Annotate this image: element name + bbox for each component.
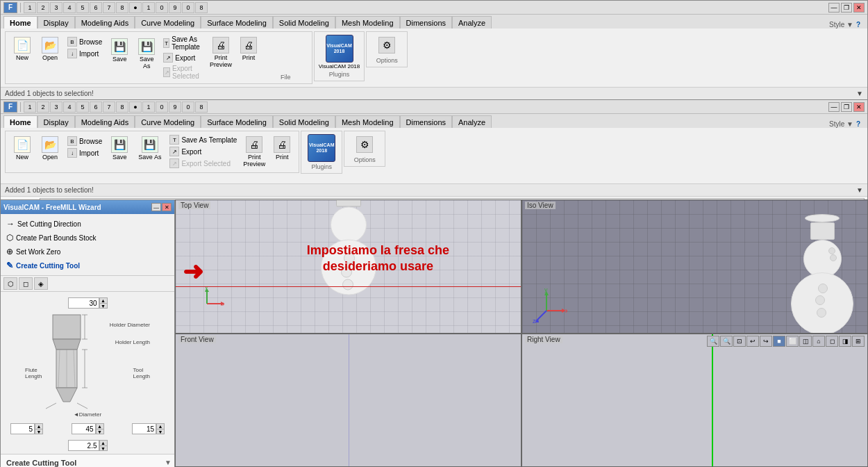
vt-zoom-in[interactable]: 🔍	[707, 336, 719, 347]
flute-length-input[interactable]	[10, 423, 35, 434]
wizard-minimize-btn[interactable]: —	[151, 203, 161, 211]
restore-btn-2[interactable]: ❐	[841, 102, 852, 112]
minimize-btn-2[interactable]: —	[828, 102, 840, 112]
wizard-tool-btn-1[interactable]: ⬡	[3, 277, 17, 290]
toolbar-time-2[interactable]: 8	[195, 2, 208, 13]
tb2-1[interactable]: 1	[24, 101, 36, 113]
toolbar-num-8[interactable]: 8	[116, 2, 128, 13]
new-button-1[interactable]: 📄 New	[10, 35, 35, 63]
vt-home[interactable]: ⌂	[812, 336, 825, 347]
wizard-step-4[interactable]: ✎ Create Cutting Tool	[3, 259, 172, 272]
vt-fit[interactable]: ⊡	[733, 336, 746, 347]
toolbar-num-5[interactable]: 5	[76, 2, 89, 13]
tab-analyze-1[interactable]: Analyze	[452, 16, 492, 28]
save-button-2[interactable]: 💾 Save	[107, 134, 132, 163]
save-template-item-2[interactable]: T Save As Template	[167, 134, 239, 145]
vt-extra1[interactable]: ◨	[839, 336, 851, 347]
close-btn-1[interactable]: ✕	[853, 3, 865, 13]
wizard-close-btn[interactable]: ✕	[162, 203, 172, 211]
wizard-tool-btn-3[interactable]: ◈	[34, 277, 48, 290]
print-button-1[interactable]: 🖨 Print	[236, 35, 261, 63]
tab-modeling-1[interactable]: Modeling Aids	[75, 16, 135, 28]
print-preview-button-1[interactable]: 🖨 Print Preview	[208, 35, 233, 70]
save-as-button-2[interactable]: 💾 Save As	[135, 134, 165, 163]
options-gear-btn-1[interactable]: ⚙	[374, 35, 399, 56]
vt-persp[interactable]: ◻	[826, 336, 838, 347]
save-button-1[interactable]: 💾 Save	[107, 36, 132, 65]
flute-length-up[interactable]: ▲	[35, 423, 43, 429]
value-25-up[interactable]: ▲	[99, 440, 108, 445]
wizard-tool-btn-2[interactable]: ◻	[19, 277, 33, 290]
open-button-2[interactable]: 📂 Open	[37, 134, 62, 163]
visualcam-btn-1[interactable]: VisualCAM2018 VisualCAM 2018	[319, 35, 360, 69]
tab-dimensions-1[interactable]: Dimensions	[400, 16, 452, 28]
tb2-4[interactable]: 4	[63, 101, 76, 113]
open-button-1[interactable]: 📂 Open	[37, 35, 62, 63]
tab-mesh-1[interactable]: Mesh Modeling	[335, 16, 400, 28]
tb2-7[interactable]: 7	[103, 101, 115, 113]
vt-redo[interactable]: ↪	[760, 336, 772, 347]
vt-wire[interactable]: ⬜	[786, 336, 799, 347]
help-icon-1[interactable]: ?	[856, 21, 860, 28]
toolbar-num-7[interactable]: 7	[103, 2, 115, 13]
save-as-button-1[interactable]: 💾 Save As	[135, 36, 158, 72]
tab-mesh-2[interactable]: Mesh Modeling	[335, 115, 400, 128]
tab-modeling-2[interactable]: Modeling Aids	[75, 115, 135, 128]
close-btn-2[interactable]: ✕	[853, 102, 865, 112]
tb2-12[interactable]: 9	[169, 101, 181, 113]
tb2-9[interactable]: ●	[129, 101, 142, 113]
toolbar-num-0[interactable]: 0	[156, 2, 168, 13]
tab-display-1[interactable]: Display	[37, 16, 75, 28]
visualcam-btn-2[interactable]: VisualCAM2018	[308, 134, 335, 162]
tab-curve-1[interactable]: Curve Modeling	[135, 16, 201, 28]
tb2-8[interactable]: 8	[116, 101, 128, 113]
diameter-up[interactable]: ▲	[156, 423, 165, 429]
vt-zoom-out[interactable]: 🔍	[720, 336, 733, 347]
holder-diameter-down[interactable]: ▼	[99, 303, 108, 309]
restore-btn-1[interactable]: ❐	[841, 3, 852, 13]
vt-undo[interactable]: ↩	[746, 336, 759, 347]
tb2-3[interactable]: 3	[50, 101, 62, 113]
toolbar-num-9[interactable]: 1	[142, 2, 155, 13]
scroll-arrow-down[interactable]: ▼	[165, 459, 172, 466]
value-25-input[interactable]	[68, 440, 99, 451]
tab-home-2[interactable]: Home	[3, 115, 37, 128]
toolbar-num-2[interactable]: 2	[37, 2, 49, 13]
tab-surface-2[interactable]: Surface Modeling	[201, 115, 273, 128]
toolbar-num-6[interactable]: 6	[90, 2, 102, 13]
tab-solid-2[interactable]: Solid Modeling	[273, 115, 335, 128]
wizard-step-2[interactable]: ⬡ Create Part Bounds Stock	[3, 231, 172, 245]
save-template-item-1[interactable]: T Save As Template	[161, 35, 206, 51]
import-item-2[interactable]: ↓ Import	[65, 147, 104, 158]
browse-item-2[interactable]: B Browse	[65, 136, 104, 147]
toolbar-num-1[interactable]: 1	[24, 2, 36, 13]
vt-extra2[interactable]: ⊞	[852, 336, 865, 347]
value-25-down[interactable]: ▼	[99, 445, 108, 451]
toolbar-num-4[interactable]: 4	[63, 2, 76, 13]
options-gear-btn-2[interactable]: ⚙	[352, 134, 377, 155]
tool-length-down[interactable]: ▼	[96, 429, 104, 434]
tab-display-2[interactable]: Display	[37, 115, 75, 128]
wizard-step-3[interactable]: ⊕ Set Work Zero	[3, 245, 172, 259]
help-icon-2[interactable]: ?	[856, 120, 860, 128]
tab-curve-2[interactable]: Curve Modeling	[135, 115, 201, 128]
vt-shaded[interactable]: ■	[773, 336, 785, 347]
minimize-btn-1[interactable]: —	[828, 3, 840, 13]
diameter-input[interactable]	[132, 423, 156, 434]
toolbar-bullet[interactable]: ●	[129, 2, 142, 13]
new-button-2[interactable]: 📄 New	[10, 134, 35, 163]
tb2-14[interactable]: 8	[195, 101, 208, 113]
holder-diameter-input[interactable]	[68, 297, 99, 309]
toolbar-time-1[interactable]: 0	[182, 2, 194, 13]
tb2-6[interactable]: 6	[90, 101, 102, 113]
tab-analyze-2[interactable]: Analyze	[452, 115, 492, 128]
file-btn-2[interactable]: F	[3, 101, 17, 113]
toolbar-num-3[interactable]: 3	[50, 2, 62, 13]
export-item-1[interactable]: ↗ Export	[161, 52, 206, 63]
tab-solid-1[interactable]: Solid Modeling	[273, 16, 335, 28]
tool-length-input[interactable]	[72, 423, 96, 434]
tb2-11[interactable]: 0	[156, 101, 168, 113]
print-preview-button-2[interactable]: 🖨 Print Preview	[242, 134, 267, 170]
tool-length-up[interactable]: ▲	[96, 423, 104, 429]
tb2-13[interactable]: 0	[182, 101, 194, 113]
